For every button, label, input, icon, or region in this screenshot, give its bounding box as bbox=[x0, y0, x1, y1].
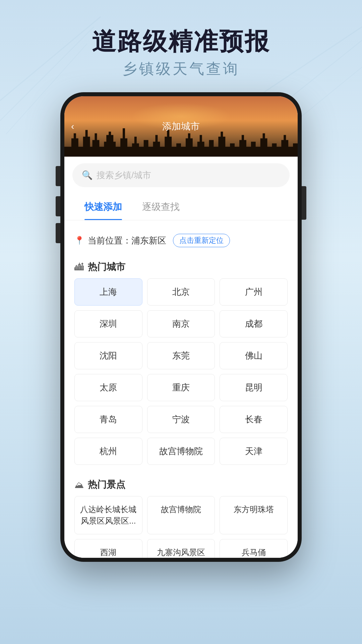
attraction-cell[interactable]: 八达岭长城长城 风景区风景区... bbox=[74, 496, 142, 534]
hot-cities-title: 热门城市 bbox=[88, 261, 125, 273]
attraction-cell[interactable]: 故宫博物院 bbox=[147, 496, 215, 534]
tab-browse[interactable]: 逐级查找 bbox=[132, 194, 190, 220]
city-cell-佛山[interactable]: 佛山 bbox=[220, 342, 288, 369]
location-pin-icon: 📍 bbox=[74, 236, 84, 245]
attraction-cell[interactable]: 兵马俑 bbox=[220, 539, 288, 558]
hot-cities-icon: 🏙 bbox=[74, 262, 84, 273]
city-cell-故宫博物院[interactable]: 故宫博物院 bbox=[147, 438, 215, 465]
content-area: 📍 当前位置：浦东新区 点击重新定位 🏙 热门城市 上海北京广州深圳南京成都沈阳… bbox=[64, 220, 298, 558]
search-input-placeholder[interactable]: 搜索乡镇/城市 bbox=[97, 169, 151, 181]
header-title: 添加城市 bbox=[162, 120, 200, 133]
city-cell-太原[interactable]: 太原 bbox=[74, 374, 142, 401]
hero-subtitle: 乡镇级天气查询 bbox=[0, 59, 362, 79]
hot-cities-header: 🏙 热门城市 bbox=[74, 254, 288, 278]
attraction-cell[interactable]: 九寨沟风景区 bbox=[147, 539, 215, 558]
attractions-title: 热门景点 bbox=[88, 478, 125, 491]
city-cell-青岛[interactable]: 青岛 bbox=[74, 406, 142, 433]
search-bar[interactable]: 🔍 搜索乡镇/城市 bbox=[72, 163, 290, 187]
location-row: 📍 当前位置：浦东新区 点击重新定位 bbox=[74, 227, 288, 254]
phone-screen: ‹ 添加城市 🔍 搜索乡镇/城市 快速添加 逐级查找 📍 当前 bbox=[64, 96, 298, 558]
relocate-button[interactable]: 点击重新定位 bbox=[173, 234, 230, 247]
city-cell-昆明[interactable]: 昆明 bbox=[220, 374, 288, 401]
city-cell-宁波[interactable]: 宁波 bbox=[147, 406, 215, 433]
phone-mockup: ‹ 添加城市 🔍 搜索乡镇/城市 快速添加 逐级查找 📍 当前 bbox=[60, 92, 302, 562]
city-cell-北京[interactable]: 北京 bbox=[147, 278, 215, 306]
page-background: 道路级精准预报 乡镇级天气查询 ‹ 添加城市 🔍 搜索乡镇/城市 bbox=[0, 0, 362, 644]
attractions-icon: ⛰ bbox=[74, 479, 84, 490]
city-cell-南京[interactable]: 南京 bbox=[147, 310, 215, 337]
attractions-grid: 八达岭长城长城 风景区风景区...故宫博物院东方明珠塔西湖九寨沟风景区兵马俑 bbox=[74, 496, 288, 558]
city-cell-深圳[interactable]: 深圳 bbox=[74, 310, 142, 337]
city-cell-上海[interactable]: 上海 bbox=[74, 278, 142, 306]
tabs-row: 快速添加 逐级查找 bbox=[64, 194, 298, 220]
search-bar-wrapper: 🔍 搜索乡镇/城市 bbox=[64, 157, 298, 194]
hero-title: 道路级精准预报 bbox=[0, 27, 362, 56]
hero-section: 道路级精准预报 乡镇级天气查询 bbox=[0, 0, 362, 92]
city-cell-天津[interactable]: 天津 bbox=[220, 438, 288, 465]
search-icon: 🔍 bbox=[82, 170, 93, 180]
attraction-cell[interactable]: 西湖 bbox=[74, 539, 142, 558]
back-button[interactable]: ‹ bbox=[71, 121, 74, 132]
attraction-cell[interactable]: 东方明珠塔 bbox=[220, 496, 288, 534]
city-cell-重庆[interactable]: 重庆 bbox=[147, 374, 215, 401]
city-grid: 上海北京广州深圳南京成都沈阳东莞佛山太原重庆昆明青岛宁波长春杭州故宫博物院天津 bbox=[74, 278, 288, 465]
app-header: ‹ 添加城市 bbox=[64, 96, 298, 157]
tab-quick-add[interactable]: 快速添加 bbox=[74, 194, 132, 220]
city-cell-东莞[interactable]: 东莞 bbox=[147, 342, 215, 369]
city-cell-沈阳[interactable]: 沈阳 bbox=[74, 342, 142, 369]
city-cell-成都[interactable]: 成都 bbox=[220, 310, 288, 337]
city-cell-长春[interactable]: 长春 bbox=[220, 406, 288, 433]
location-text: 当前位置：浦东新区 bbox=[88, 235, 166, 247]
attractions-header: ⛰ 热门景点 bbox=[74, 472, 288, 496]
city-cell-广州[interactable]: 广州 bbox=[220, 278, 288, 306]
attractions-section: ⛰ 热门景点 八达岭长城长城 风景区风景区...故宫博物院东方明珠塔西湖九寨沟风… bbox=[74, 472, 288, 558]
city-cell-杭州[interactable]: 杭州 bbox=[74, 438, 142, 465]
